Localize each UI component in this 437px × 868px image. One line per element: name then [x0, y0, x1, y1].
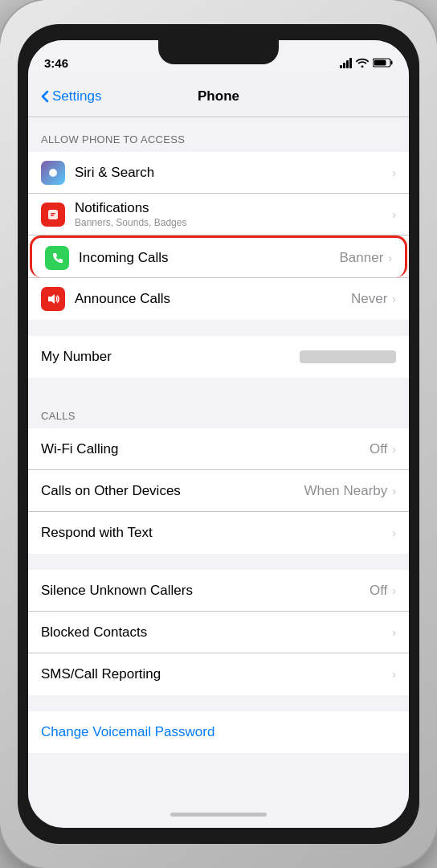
notch [158, 40, 279, 64]
calls-other-devices-value: When Nearby [304, 483, 387, 499]
my-number-label: My Number [41, 349, 300, 365]
sms-call-reporting-chevron-icon: › [392, 668, 396, 681]
my-number-row[interactable]: My Number [28, 336, 409, 378]
svg-rect-5 [48, 210, 58, 219]
announce-calls-value: Never [351, 291, 387, 307]
respond-text-row[interactable]: Respond with Text › [28, 512, 409, 554]
back-button[interactable]: Settings [41, 88, 101, 104]
silence-unknown-row[interactable]: Silence Unknown Callers Off › [28, 570, 409, 612]
wifi-calling-value: Off [370, 441, 387, 457]
notifications-sublabel: Banners, Sounds, Badges [75, 217, 390, 228]
respond-text-chevron-icon: › [392, 526, 396, 539]
incoming-calls-value: Banner [340, 250, 384, 266]
allow-access-header: ALLOW PHONE TO ACCESS [28, 117, 409, 152]
my-number-group: My Number [28, 336, 409, 378]
nav-bar: Settings Phone [28, 76, 409, 117]
announce-calls-row[interactable]: Announce Calls Never › [28, 278, 409, 320]
phone-green-icon [45, 246, 69, 270]
svg-marker-8 [48, 294, 55, 304]
notifications-chevron-icon: › [392, 208, 396, 221]
calls-section-header: CALLS [28, 394, 409, 428]
calls-other-devices-chevron-icon: › [392, 485, 396, 497]
signal-icon [340, 58, 352, 68]
siri-search-label: Siri & Search [75, 165, 390, 181]
siri-chevron-icon: › [392, 166, 396, 179]
svg-rect-6 [51, 213, 55, 215]
silence-unknown-chevron-icon: › [392, 584, 396, 597]
siri-search-row[interactable]: Siri & Search › [28, 152, 409, 194]
incoming-calls-chevron-icon: › [388, 252, 392, 264]
home-indicator[interactable] [28, 800, 409, 828]
scroll-content: ALLOW PHONE TO ACCESS Siri & Search [28, 117, 409, 800]
my-number-value [300, 350, 396, 363]
calls-other-devices-label: Calls on Other Devices [41, 483, 304, 499]
silence-unknown-value: Off [370, 583, 387, 599]
respond-text-label: Respond with Text [41, 525, 390, 541]
announce-calls-chevron-icon: › [392, 293, 396, 305]
incoming-calls-row[interactable]: Incoming Calls Banner › [30, 235, 407, 277]
calls-other-devices-row[interactable]: Calls on Other Devices When Nearby › [28, 470, 409, 512]
silence-unknown-label: Silence Unknown Callers [41, 583, 370, 599]
voicemail-label[interactable]: Change Voicemail Password [41, 724, 214, 740]
svg-rect-7 [51, 215, 54, 216]
speaker-icon [41, 287, 65, 311]
wifi-icon [356, 58, 369, 68]
voicemail-group: Change Voicemail Password [28, 711, 409, 753]
svg-point-4 [51, 170, 55, 174]
screen: 3:46 [28, 40, 409, 828]
wifi-calling-chevron-icon: › [392, 443, 396, 456]
announce-calls-label: Announce Calls [75, 291, 351, 307]
incoming-calls-container: Incoming Calls Banner › [28, 235, 409, 278]
blocked-contacts-row[interactable]: Blocked Contacts › [28, 612, 409, 653]
wifi-calling-row[interactable]: Wi-Fi Calling Off › [28, 428, 409, 470]
wifi-calling-label: Wi-Fi Calling [41, 441, 370, 457]
notifications-label: Notifications [75, 200, 390, 216]
notifications-row[interactable]: Notifications Banners, Sounds, Badges › [28, 194, 409, 235]
siri-icon [41, 161, 65, 185]
blocked-contacts-chevron-icon: › [392, 626, 396, 639]
back-chevron-icon [41, 90, 49, 103]
voicemail-row[interactable]: Change Voicemail Password [28, 711, 409, 753]
sms-call-reporting-row[interactable]: SMS/Call Reporting › [28, 653, 409, 695]
back-label: Settings [52, 88, 101, 104]
svg-rect-1 [391, 61, 393, 65]
incoming-calls-label: Incoming Calls [79, 250, 340, 266]
calls-group: Wi-Fi Calling Off › Calls on Other Devic… [28, 428, 409, 554]
phone-device: 3:46 [0, 0, 437, 868]
other-group: Silence Unknown Callers Off › Blocked Co… [28, 570, 409, 695]
status-icons [340, 58, 393, 68]
page-title: Phone [198, 88, 239, 104]
home-bar [170, 813, 267, 817]
battery-icon [373, 58, 393, 68]
svg-rect-2 [374, 60, 386, 66]
phone-bezel: 3:46 [18, 24, 419, 844]
sms-call-reporting-label: SMS/Call Reporting [41, 666, 390, 682]
bottom-spacer [28, 769, 409, 785]
blocked-contacts-label: Blocked Contacts [41, 624, 390, 641]
status-time: 3:46 [44, 56, 68, 70]
allow-access-group: Siri & Search › [28, 152, 409, 320]
notifications-icon [41, 203, 65, 227]
